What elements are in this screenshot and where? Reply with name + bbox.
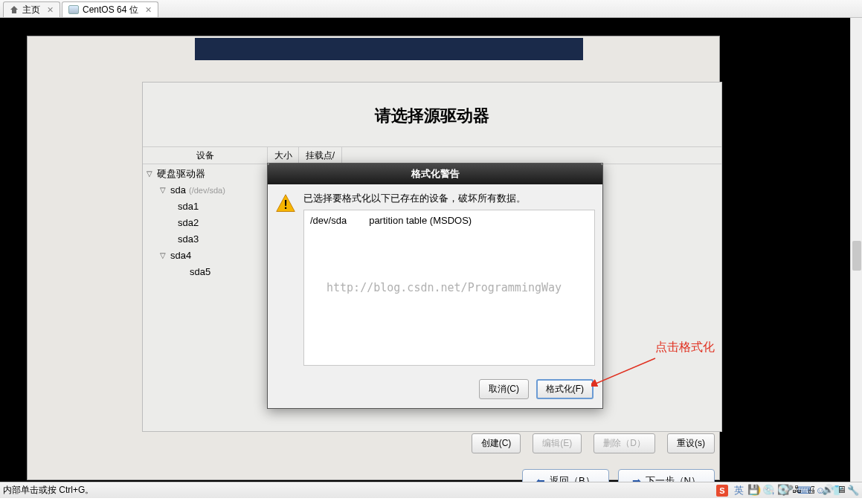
collapse-icon[interactable]: ▽: [158, 182, 167, 198]
table-header: 设备 大小 挂载点/: [143, 146, 721, 164]
list-item[interactable]: /dev/sda partition table (MSDOS): [310, 215, 588, 226]
collapse-icon[interactable]: ▽: [145, 166, 154, 182]
tree-sda-path: (/dev/sda): [189, 182, 225, 198]
vm-device-tray: 💾 💿 💽 🖧 🖨 🔊 🖥: [747, 484, 849, 496]
tab-bar: 主页 ✕ CentOS 64 位 ✕: [0, 0, 862, 18]
tree-sda4[interactable]: ▽ sda4: [145, 248, 286, 264]
warning-icon: !: [275, 193, 296, 214]
tab-home[interactable]: 主页 ✕: [3, 1, 60, 17]
list-detail: partition table (MSDOS): [369, 215, 472, 226]
vm-icon: [68, 5, 79, 14]
format-button[interactable]: 格式化(F): [536, 379, 594, 399]
delete-button: 删除（D）: [594, 433, 655, 453]
annotation-label: 点击格式化: [655, 340, 715, 355]
disk-icon[interactable]: 💾: [747, 484, 759, 496]
tree-sda-label: sda: [170, 182, 186, 198]
page-title: 请选择源驱动器: [143, 83, 721, 142]
network-icon[interactable]: 🖧: [792, 484, 804, 496]
sound-icon[interactable]: 🔊: [822, 484, 834, 496]
tree-root-label: 硬盘驱动器: [157, 166, 205, 182]
create-button[interactable]: 创建(C): [472, 433, 521, 453]
tree-sda2[interactable]: sda2: [145, 215, 286, 231]
column-mount[interactable]: 挂载点/: [299, 147, 342, 164]
installer-banner: [195, 38, 583, 60]
tree-root[interactable]: ▽ 硬盘驱动器: [145, 166, 286, 182]
reset-button[interactable]: 重设(s): [667, 433, 715, 453]
edit-button: 编辑(E): [533, 433, 582, 453]
device-list: /dev/sda partition table (MSDOS) http://…: [303, 210, 595, 366]
tab-home-label: 主页: [22, 4, 40, 16]
tree-sda[interactable]: ▽ sda (/dev/sda): [145, 182, 286, 198]
list-device: /dev/sda: [310, 215, 347, 226]
sogou-icon[interactable]: S: [716, 485, 728, 497]
watermark: http://blog.csdn.net/ProgrammingWay: [327, 281, 562, 294]
wrench-icon[interactable]: 🔧: [847, 485, 859, 497]
floppy-icon[interactable]: 💽: [777, 484, 789, 496]
cancel-button[interactable]: 取消(C): [479, 379, 529, 399]
cd-icon[interactable]: 💿: [762, 484, 774, 496]
status-hint: 内部单击或按 Ctrl+G。: [3, 484, 94, 497]
status-bar: 内部单击或按 Ctrl+G。 S 英 🌙 °， 🎤 ⌨ ☺ 👕 🔧: [0, 482, 862, 498]
column-size[interactable]: 大小: [268, 147, 299, 164]
column-device[interactable]: 设备: [143, 147, 268, 164]
dialog-title: 格式化警告: [268, 164, 602, 184]
dialog-message: 已选择要格式化以下已存在的设备，破坏所有数据。: [303, 192, 595, 205]
vm-viewport: 请选择源驱动器 设备 大小 挂载点/ ▽ 硬盘驱动器 ▽ sda (/dev/s…: [0, 18, 862, 482]
tab-vm[interactable]: CentOS 64 位 ✕: [62, 1, 158, 17]
collapse-icon[interactable]: ▽: [158, 248, 167, 264]
scrollbar[interactable]: [850, 18, 862, 482]
device-tree: ▽ 硬盘驱动器 ▽ sda (/dev/sda) sda1 sda2 sda3 …: [145, 166, 286, 280]
format-warning-dialog: 格式化警告 ! 已选择要格式化以下已存在的设备，破坏所有数据。 /dev/sda…: [267, 163, 603, 409]
printer-icon[interactable]: 🖨: [807, 484, 819, 496]
action-row: 创建(C) 编辑(E) 删除（D） 重设(s): [142, 433, 722, 453]
home-icon: [10, 6, 19, 13]
close-icon[interactable]: ✕: [47, 5, 54, 15]
ime-lang[interactable]: 英: [733, 485, 744, 497]
scroll-thumb[interactable]: [852, 241, 861, 271]
tree-sda1[interactable]: sda1: [145, 198, 286, 215]
tree-sda3[interactable]: sda3: [145, 231, 286, 248]
tab-vm-label: CentOS 64 位: [83, 4, 138, 16]
tree-sda5[interactable]: sda5: [145, 264, 286, 280]
display-icon[interactable]: 🖥: [837, 484, 849, 496]
svg-text:!: !: [283, 198, 287, 211]
installer-window: 请选择源驱动器 设备 大小 挂载点/ ▽ 硬盘驱动器 ▽ sda (/dev/s…: [27, 36, 720, 480]
close-icon[interactable]: ✕: [145, 5, 152, 15]
